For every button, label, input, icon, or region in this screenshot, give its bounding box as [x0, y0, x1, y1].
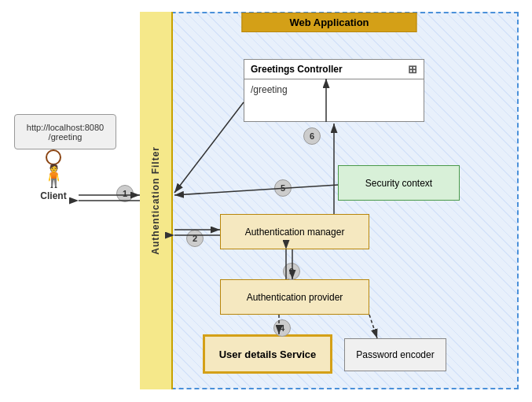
greetings-controller-header: Greetings Controller ⊞	[244, 60, 424, 79]
greetings-controller-box: Greetings Controller ⊞ /greeting	[244, 59, 424, 122]
auth-filter-bar: Authentication Filter	[140, 12, 173, 389]
component-icon: ⊞	[408, 63, 417, 76]
auth-manager-box: Authentication manager	[220, 214, 369, 249]
badge-1: 1	[116, 185, 134, 202]
diagram-root: Web Application Authentication Filter Gr…	[0, 0, 532, 402]
client-label: Client	[22, 190, 85, 201]
client-figure: 🧍 Client	[22, 149, 85, 201]
security-context-label: Security context	[365, 178, 432, 189]
auth-filter-label: Authentication Filter	[150, 146, 161, 255]
user-details-box: User details Service	[203, 334, 332, 374]
client-head	[46, 149, 61, 165]
badge-5: 5	[274, 179, 292, 197]
badge-2: 2	[186, 230, 204, 247]
security-context-box: Security context	[338, 165, 460, 201]
password-encoder-box: Password encoder	[344, 338, 446, 371]
auth-provider-label: Authentication provider	[247, 292, 343, 303]
user-details-label: User details Service	[219, 349, 317, 360]
web-app-title: Web Application	[241, 13, 416, 32]
badge-4: 4	[273, 319, 291, 337]
greetings-controller-title: Greetings Controller	[251, 64, 343, 75]
password-encoder-label: Password encoder	[356, 349, 434, 360]
client-body: 🧍	[22, 165, 85, 187]
auth-provider-box: Authentication provider	[220, 279, 369, 315]
url-box: http://localhost:8080/greeting	[14, 114, 116, 149]
badge-3: 3	[283, 263, 300, 280]
greetings-endpoint: /greeting	[244, 79, 424, 100]
auth-manager-label: Authentication manager	[245, 227, 345, 238]
url-text: http://localhost:8080/greeting	[27, 123, 104, 142]
badge-6: 6	[303, 127, 321, 145]
